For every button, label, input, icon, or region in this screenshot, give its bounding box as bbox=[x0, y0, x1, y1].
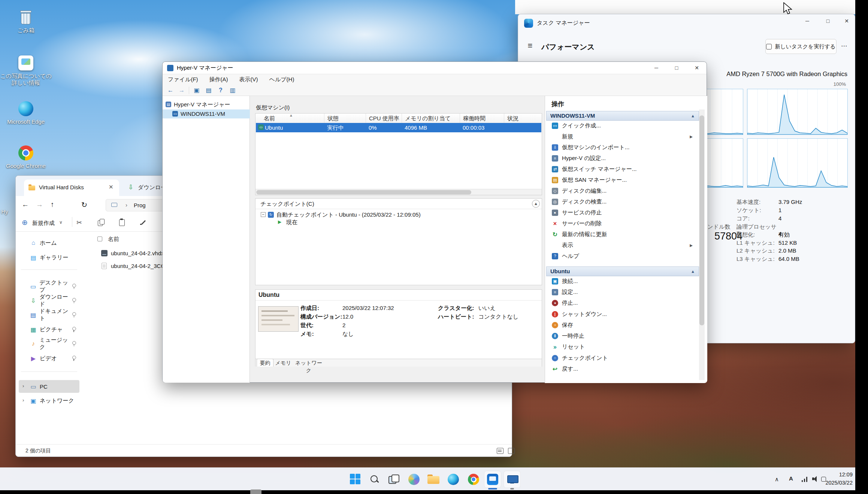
column-header-state[interactable]: 状態 bbox=[324, 114, 366, 123]
sidebar-item-network[interactable]: ›▣ネットワーク bbox=[16, 394, 82, 407]
search-icon[interactable] bbox=[368, 473, 381, 486]
tray-chevron-up-icon[interactable]: ∧ bbox=[775, 476, 779, 483]
vm-row-selected[interactable]: ▭ Ubuntu 実行中 0% 4096 MB 00:00:03 bbox=[256, 123, 541, 132]
action-revert[interactable]: 戻す... bbox=[548, 364, 698, 374]
checkpoint-now-item[interactable]: ▶ 現在 bbox=[255, 219, 542, 226]
horizontal-scrollbar[interactable] bbox=[255, 189, 542, 195]
hyperv-titlebar[interactable]: Hyper-V マネージャー ─ □ ✕ bbox=[163, 62, 707, 74]
sidebar-item-gallery[interactable]: ▤ギャラリー bbox=[16, 251, 82, 264]
sidebar-item-desktop[interactable]: ▭デスクトップ bbox=[16, 280, 82, 293]
sidebar-item-home[interactable]: ⌂ホーム bbox=[16, 237, 82, 249]
tab-memory[interactable]: メモリ bbox=[275, 359, 292, 367]
maximize-button[interactable]: □ bbox=[819, 15, 837, 27]
vm-connect-taskbar-icon[interactable] bbox=[505, 473, 519, 486]
back-icon[interactable]: ← bbox=[166, 86, 175, 95]
action-virtual-switch-manager[interactable]: 仮想スイッチ マネージャー... bbox=[548, 164, 698, 174]
sidebar-item-music[interactable]: ♪ミュージック bbox=[16, 337, 82, 350]
action-remove-server[interactable]: サーバーの削除 bbox=[548, 218, 698, 229]
actions-server-header[interactable]: WINDOWS11-VM▲ bbox=[546, 111, 699, 121]
scrollbar-thumb[interactable] bbox=[699, 115, 704, 325]
file-explorer-icon[interactable] bbox=[427, 473, 440, 486]
tree-collapse-icon[interactable]: − bbox=[261, 212, 266, 217]
copilot-icon[interactable] bbox=[407, 473, 421, 486]
sidebar-item-downloads[interactable]: ⇩ダウンロード bbox=[16, 294, 82, 307]
new-item-button[interactable]: 新規作成 bbox=[32, 220, 55, 227]
help-icon[interactable]: ? bbox=[216, 86, 226, 95]
action-save[interactable]: 保存 bbox=[548, 320, 698, 330]
column-header-uptime[interactable]: 稼働時間 bbox=[460, 114, 504, 123]
sidebar-item-documents[interactable]: ▤ドキュメント bbox=[16, 308, 82, 321]
checkpoint-root-item[interactable]: − ↻ 自動チェックポイント - Ubuntu - (2025/03/22 - … bbox=[255, 211, 542, 219]
minimize-button[interactable]: ─ bbox=[798, 15, 816, 27]
action-view[interactable]: 表示▶ bbox=[548, 240, 698, 250]
action-turn-off[interactable]: 停止... bbox=[548, 298, 698, 308]
new-item-plus-icon[interactable]: ⊕ bbox=[22, 218, 28, 227]
paste-icon[interactable] bbox=[118, 219, 126, 226]
ime-mode-indicator[interactable]: A bbox=[789, 475, 793, 482]
run-new-task-button[interactable]: 新しいタスクを実行する bbox=[765, 39, 837, 54]
action-virtual-san-manager[interactable]: 仮想 SAN マネージャー... bbox=[548, 175, 698, 185]
action-new[interactable]: 新規▶ bbox=[548, 131, 698, 142]
chrome-icon[interactable] bbox=[467, 473, 480, 486]
menu-action[interactable]: 操作(A) bbox=[209, 76, 228, 83]
action-quick-create[interactable]: クイック作成... bbox=[548, 120, 698, 131]
action-checkpoint[interactable]: チェックポイント bbox=[548, 353, 698, 363]
properties-icon[interactable]: ▥ bbox=[228, 86, 238, 95]
sidebar-item-pictures[interactable]: ▦ピクチャ bbox=[16, 323, 82, 336]
column-header-status[interactable]: 状況 bbox=[504, 114, 542, 123]
tab-networking[interactable]: ネットワーク bbox=[293, 359, 324, 367]
tab-summary[interactable]: 要約 bbox=[257, 359, 273, 367]
more-options-button[interactable]: ... bbox=[841, 40, 847, 48]
edge-icon[interactable] bbox=[447, 473, 460, 486]
action-refresh[interactable]: 最新の情報に更新 bbox=[548, 229, 698, 240]
menu-view[interactable]: 表示(V) bbox=[239, 76, 258, 83]
scrollbar-thumb[interactable] bbox=[256, 190, 471, 195]
tree-item-root[interactable]: ▤ Hyper-V マネージャー bbox=[163, 100, 250, 109]
action-help[interactable]: ヘルプ bbox=[548, 251, 698, 261]
tree-item-server[interactable]: ▭ WINDOWS11-VM bbox=[163, 109, 250, 118]
select-all-checkbox[interactable] bbox=[97, 237, 102, 241]
sidebar-item-videos[interactable]: ▶ビデオ bbox=[16, 352, 82, 365]
menu-help[interactable]: ヘルプ(H) bbox=[269, 76, 294, 83]
back-icon[interactable]: ← bbox=[22, 201, 29, 209]
start-button[interactable] bbox=[349, 473, 362, 486]
hamburger-menu-icon[interactable]: ≡ bbox=[525, 40, 535, 51]
action-shut-down[interactable]: シャットダウン... bbox=[548, 309, 698, 319]
action-connect[interactable]: 接続... bbox=[548, 276, 698, 286]
maximize-button[interactable]: □ bbox=[668, 62, 686, 74]
column-header-name[interactable]: 名前 bbox=[108, 236, 119, 243]
column-header-memory[interactable]: メモリの割り当て bbox=[402, 114, 460, 123]
rename-icon[interactable] bbox=[140, 219, 148, 226]
column-header-cpu[interactable]: CPU 使用率 bbox=[366, 114, 402, 123]
action-inspect-disk[interactable]: ディスクの検査... bbox=[548, 196, 698, 207]
action-hyperv-settings[interactable]: Hyper-V の設定... bbox=[548, 153, 698, 163]
close-button[interactable]: ✕ bbox=[838, 15, 856, 27]
explorer-tab-active[interactable]: Virtual Hard Disks ✕ bbox=[24, 180, 119, 196]
cut-icon[interactable]: ✂ bbox=[76, 219, 82, 227]
vertical-scrollbar[interactable] bbox=[699, 109, 705, 380]
task-view-icon[interactable] bbox=[387, 473, 400, 486]
action-stop-service[interactable]: サービスの停止 bbox=[548, 207, 698, 218]
task-manager-titlebar[interactable]: タスク マネージャー ─ □ ✕ bbox=[518, 14, 855, 32]
vm-thumbnail[interactable] bbox=[258, 306, 299, 332]
action-import-vm[interactable]: 仮想マシンのインポート... bbox=[548, 142, 698, 153]
action-vm-settings[interactable]: 設定... bbox=[548, 287, 698, 297]
close-button[interactable]: ✕ bbox=[688, 62, 706, 74]
collapse-section-icon[interactable]: ▲ bbox=[532, 200, 540, 208]
window-pane-icon[interactable]: ▣ bbox=[192, 86, 202, 95]
sidebar-item-pc[interactable]: ›▭PC bbox=[16, 380, 82, 393]
minimize-button[interactable]: ─ bbox=[647, 62, 665, 74]
export-list-icon[interactable]: ▤ bbox=[204, 86, 214, 95]
forward-icon[interactable]: → bbox=[36, 201, 43, 209]
volume-icon[interactable] bbox=[812, 476, 817, 482]
action-reset[interactable]: リセット bbox=[548, 341, 698, 352]
actions-vm-header[interactable]: Ubuntu▲ bbox=[546, 266, 699, 276]
tab-close-icon[interactable]: ✕ bbox=[109, 184, 114, 190]
refresh-icon[interactable]: ↻ bbox=[81, 201, 87, 209]
chevron-down-icon[interactable]: ∨ bbox=[59, 220, 63, 225]
menu-file[interactable]: ファイル(F) bbox=[168, 76, 198, 83]
details-view-icon[interactable] bbox=[497, 448, 503, 454]
network-icon[interactable] bbox=[802, 476, 808, 482]
up-icon[interactable]: ↑ bbox=[51, 201, 54, 209]
action-pause[interactable]: 一時停止 bbox=[548, 331, 698, 341]
